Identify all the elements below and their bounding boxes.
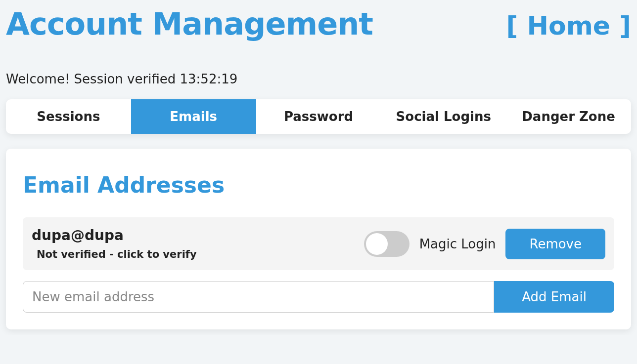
panel-heading: Email Addresses (23, 172, 614, 198)
home-link[interactable]: [ Home ] (506, 11, 631, 40)
new-email-input[interactable] (23, 281, 494, 313)
welcome-message: Welcome! Session verified 13:52:19 (6, 72, 631, 86)
email-row: dupa@dupa Not verified - click to verify… (23, 217, 614, 270)
magic-login-label: Magic Login (419, 237, 496, 251)
remove-email-button[interactable]: Remove (505, 229, 605, 259)
tab-danger-zone[interactable]: Danger Zone (506, 99, 631, 134)
email-address: dupa@dupa (32, 227, 197, 243)
tab-password[interactable]: Password (256, 99, 381, 134)
tab-emails[interactable]: Emails (131, 99, 256, 134)
email-verify-link[interactable]: Not verified - click to verify (32, 248, 197, 260)
magic-login-toggle[interactable] (364, 231, 410, 257)
tab-social-logins[interactable]: Social Logins (381, 99, 506, 134)
page-title: Account Management (6, 6, 373, 42)
tab-sessions[interactable]: Sessions (6, 99, 131, 134)
add-email-button[interactable]: Add Email (494, 281, 614, 313)
tabs-bar: Sessions Emails Password Social Logins D… (6, 99, 631, 134)
emails-panel: Email Addresses dupa@dupa Not verified -… (6, 149, 631, 329)
toggle-knob (366, 233, 388, 255)
